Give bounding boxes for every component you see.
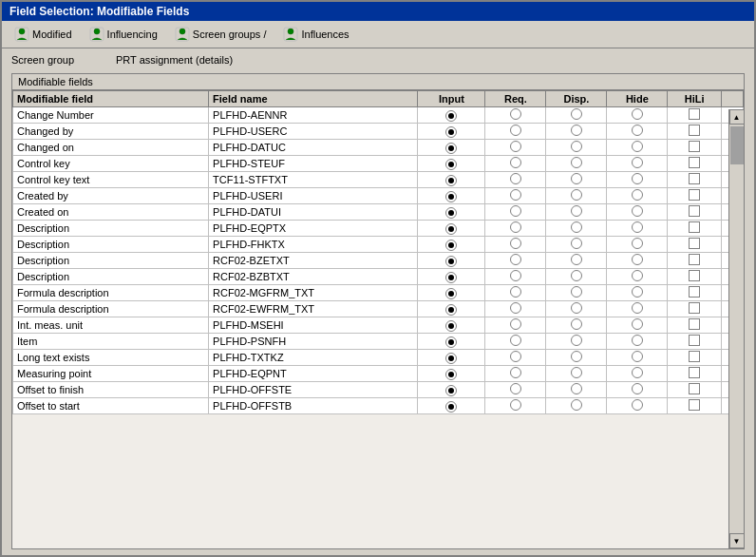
cell-req[interactable] — [485, 301, 546, 317]
cell-hide[interactable] — [607, 221, 668, 237]
cell-hide[interactable] — [607, 204, 668, 221]
cell-hide[interactable] — [607, 124, 668, 140]
cell-req[interactable] — [485, 285, 546, 301]
cell-disp[interactable] — [546, 334, 607, 350]
cell-req[interactable] — [485, 334, 546, 350]
cell-disp[interactable] — [546, 382, 607, 398]
cell-input[interactable] — [418, 317, 485, 334]
cell-input[interactable] — [418, 124, 485, 140]
cell-disp[interactable] — [546, 253, 607, 269]
scroll-up-button[interactable]: ▲ — [729, 109, 745, 125]
cell-disp[interactable] — [546, 237, 607, 253]
cell-hili[interactable] — [668, 350, 722, 366]
cell-input[interactable] — [418, 221, 485, 237]
table-row[interactable]: Formula descriptionRCF02-MGFRM_TXT — [13, 285, 744, 301]
cell-hili[interactable] — [668, 334, 722, 350]
cell-req[interactable] — [485, 204, 546, 221]
table-row[interactable]: DescriptionPLFHD-FHKTX — [13, 237, 744, 253]
cell-hili[interactable] — [668, 398, 722, 414]
cell-hide[interactable] — [607, 398, 668, 414]
influences-button[interactable]: Influences — [276, 24, 355, 45]
cell-hili[interactable] — [668, 253, 722, 269]
cell-disp[interactable] — [546, 301, 607, 317]
table-row[interactable]: Change NumberPLFHD-AENNR — [13, 107, 744, 124]
cell-hili[interactable] — [668, 221, 722, 237]
cell-hide[interactable] — [607, 317, 668, 334]
table-row[interactable]: Created byPLFHD-USERI — [13, 188, 744, 204]
cell-disp[interactable] — [546, 285, 607, 301]
table-row[interactable]: Formula descriptionRCF02-EWFRM_TXT — [13, 301, 744, 317]
cell-req[interactable] — [485, 124, 546, 140]
cell-input[interactable] — [418, 285, 485, 301]
cell-req[interactable] — [485, 221, 546, 237]
cell-hili[interactable] — [668, 107, 722, 124]
cell-hili[interactable] — [668, 156, 722, 172]
cell-hili[interactable] — [668, 301, 722, 317]
cell-input[interactable] — [418, 269, 485, 285]
cell-disp[interactable] — [546, 269, 607, 285]
cell-hili[interactable] — [668, 366, 722, 382]
table-row[interactable]: Control keyPLFHD-STEUF — [13, 156, 744, 172]
cell-input[interactable] — [418, 301, 485, 317]
table-row[interactable]: Offset to startPLFHD-OFFSTB — [13, 398, 744, 414]
cell-disp[interactable] — [546, 221, 607, 237]
cell-req[interactable] — [485, 269, 546, 285]
cell-hide[interactable] — [607, 269, 668, 285]
table-row[interactable]: Control key textTCF11-STFTXT — [13, 172, 744, 188]
cell-input[interactable] — [418, 398, 485, 414]
cell-hili[interactable] — [668, 317, 722, 334]
cell-hide[interactable] — [607, 334, 668, 350]
cell-hide[interactable] — [607, 366, 668, 382]
cell-hide[interactable] — [607, 350, 668, 366]
table-row[interactable]: Changed onPLFHD-DATUC — [13, 140, 744, 156]
screen-groups-button[interactable]: Screen groups / — [168, 24, 274, 45]
table-row[interactable]: ItemPLFHD-PSNFH — [13, 334, 744, 350]
cell-input[interactable] — [418, 366, 485, 382]
cell-hili[interactable] — [668, 124, 722, 140]
cell-input[interactable] — [418, 204, 485, 221]
cell-input[interactable] — [418, 172, 485, 188]
cell-input[interactable] — [418, 188, 485, 204]
cell-disp[interactable] — [546, 156, 607, 172]
cell-hide[interactable] — [607, 107, 668, 124]
cell-req[interactable] — [485, 398, 546, 414]
table-row[interactable]: Created onPLFHD-DATUI — [13, 204, 744, 221]
cell-input[interactable] — [418, 140, 485, 156]
cell-req[interactable] — [485, 350, 546, 366]
cell-hide[interactable] — [607, 382, 668, 398]
cell-req[interactable] — [485, 382, 546, 398]
table-row[interactable]: DescriptionRCF02-BZBTXT — [13, 269, 744, 285]
cell-hide[interactable] — [607, 156, 668, 172]
cell-disp[interactable] — [546, 317, 607, 334]
table-row[interactable]: Offset to finishPLFHD-OFFSTE — [13, 382, 744, 398]
cell-hili[interactable] — [668, 204, 722, 221]
cell-hide[interactable] — [607, 285, 668, 301]
table-row[interactable]: Changed byPLFHD-USERC — [13, 124, 744, 140]
cell-req[interactable] — [485, 156, 546, 172]
cell-input[interactable] — [418, 237, 485, 253]
cell-hili[interactable] — [668, 188, 722, 204]
cell-disp[interactable] — [546, 140, 607, 156]
cell-hili[interactable] — [668, 382, 722, 398]
cell-req[interactable] — [485, 237, 546, 253]
scroll-down-button[interactable]: ▼ — [729, 533, 745, 548]
cell-input[interactable] — [418, 334, 485, 350]
cell-req[interactable] — [485, 188, 546, 204]
table-row[interactable]: Long text existsPLFHD-TXTKZ — [13, 350, 744, 366]
cell-req[interactable] — [485, 253, 546, 269]
cell-hide[interactable] — [607, 301, 668, 317]
cell-disp[interactable] — [546, 188, 607, 204]
cell-disp[interactable] — [546, 398, 607, 414]
cell-hili[interactable] — [668, 237, 722, 253]
cell-hili[interactable] — [668, 140, 722, 156]
cell-req[interactable] — [485, 317, 546, 334]
cell-req[interactable] — [485, 366, 546, 382]
cell-disp[interactable] — [546, 107, 607, 124]
influencing-button[interactable]: Influencing — [83, 24, 164, 45]
cell-disp[interactable] — [546, 204, 607, 221]
cell-disp[interactable] — [546, 172, 607, 188]
vertical-scrollbar[interactable]: ▲ ▼ — [728, 109, 744, 548]
cell-hide[interactable] — [607, 172, 668, 188]
scroll-thumb[interactable] — [730, 126, 744, 164]
cell-hili[interactable] — [668, 269, 722, 285]
